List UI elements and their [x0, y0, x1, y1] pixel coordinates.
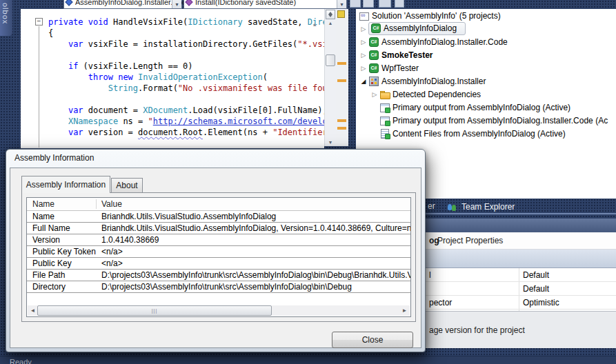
tab-assembly-information[interactable]: Assembly Information: [21, 176, 110, 193]
column-divider[interactable]: [96, 199, 97, 209]
table-row[interactable]: DirectoryD:\projects03\AssemblyInfo\trun…: [27, 281, 410, 293]
collapse-icon[interactable]: ◢: [359, 78, 368, 85]
property-name-fragment: pector: [429, 298, 452, 307]
table-header[interactable]: Name Value: [27, 198, 410, 211]
status-bar: Ready: [0, 356, 616, 364]
assembly-info-table: Name Value NameBrianhdk.Utils.VisualStud…: [26, 197, 411, 317]
column-header-name[interactable]: Name: [32, 199, 54, 209]
tab-solution-explorer-partial[interactable]: er: [428, 201, 435, 211]
fold-guide-line: [39, 26, 39, 148]
property-row[interactable]: Default: [413, 282, 616, 296]
code-editor[interactable]: − private void HandleVsixFile(IDictionar…: [21, 9, 324, 148]
horizontal-scrollbar[interactable]: ◄ ||| ►: [28, 305, 410, 316]
expand-icon[interactable]: ▷: [359, 39, 368, 46]
tree-item-label: Primary output from AssemblyInfoDialog (…: [390, 103, 570, 112]
expand-icon[interactable]: ▷: [359, 52, 368, 59]
output-icon: [379, 102, 390, 113]
tree-item-label: AssemblyInfoDialog.Installer.Code: [379, 37, 508, 47]
tab-about[interactable]: About: [111, 178, 143, 193]
expand-icon[interactable]: ▷: [370, 91, 379, 98]
property-value[interactable]: Default: [523, 284, 549, 294]
solution-explorer-toolbar-button[interactable]: [395, 0, 404, 8]
table-row[interactable]: Full NameBrianhdk.Utils.VisualStudio.Ass…: [27, 223, 410, 234]
chevron-down-icon[interactable]: ▾: [172, 0, 181, 8]
property-name-fragment: l: [429, 270, 431, 280]
tree-item-label: SmokeTester: [379, 50, 433, 60]
csproj-icon: [368, 50, 379, 61]
scroll-right-icon[interactable]: ►: [399, 305, 410, 316]
collapsed-hint-icon: ▴: [313, 21, 317, 28]
editor-navigation-bar: AssemblyInfoDialog.Installer.Code.Cus ▾ …: [15, 0, 348, 9]
tree-item[interactable]: ▷AssemblyInfoDialog: [356, 22, 616, 35]
tree-item[interactable]: Primary output from AssemblyInfoDialog.I…: [356, 114, 616, 127]
cell-name: Directory: [32, 282, 97, 292]
table-row[interactable]: NameBrianhdk.Utils.VisualStudio.Assembly…: [27, 211, 410, 223]
toolbox-tab[interactable]: olbox: [0, 0, 12, 36]
members-dropdown[interactable]: Install(IDictionary savedState) ▾: [183, 0, 347, 9]
code-line: var vsixFile = installationDirectory.Get…: [48, 39, 324, 50]
dialog-body: Assembly Information About Name Value Na…: [10, 168, 421, 348]
chevron-down-icon[interactable]: ▾: [337, 0, 346, 8]
tree-item[interactable]: Solution 'AssemblyInfo' (5 projects): [356, 9, 616, 22]
tab-team-explorer[interactable]: Team Explorer: [440, 199, 521, 214]
code-line: private void HandleVsixFile(IDictionary …: [48, 17, 324, 28]
cell-value: 1.0.4140.38669: [101, 235, 410, 245]
property-value[interactable]: Optimistic: [523, 298, 559, 307]
scrollbar-thumb[interactable]: [326, 54, 335, 66]
solution-explorer-toolbar-button[interactable]: [379, 0, 391, 8]
solution-explorer-toolbar-button[interactable]: [350, 0, 361, 8]
tree-item[interactable]: ◢AssemblyInfoDialog.Installer: [356, 74, 616, 88]
cell-value: Brianhdk.Utils.VisualStudio.AssemblyInfo…: [101, 223, 410, 233]
table-row[interactable]: Public Key<n/a>: [27, 258, 410, 270]
code-line: String.Format("No .vsixmanifest was file…: [48, 83, 324, 94]
tree-item[interactable]: Content Files from AssemblyInfoDialog (A…: [356, 127, 616, 140]
toolbox-tab-label: olbox: [1, 3, 10, 24]
tree-item-label: Solution 'AssemblyInfo' (5 projects): [370, 11, 501, 21]
cell-name: Name: [32, 212, 97, 221]
editor-vertical-scrollbar[interactable]: ▲ ▼: [324, 9, 336, 146]
vs-main-window: olbox AssemblyInfoDialog.Installer.Code.…: [0, 0, 616, 364]
property-row[interactable]: lDefault: [413, 268, 616, 282]
tree-item[interactable]: ▷WpfTester: [356, 61, 616, 74]
tree-item-label: Detected Dependencies: [390, 90, 481, 99]
table-row[interactable]: Version1.0.4140.38669: [27, 234, 410, 246]
expand-icon[interactable]: ▷: [359, 26, 368, 32]
code-fold-toggle[interactable]: −: [35, 18, 43, 26]
tree-item[interactable]: Primary output from AssemblyInfoDialog (…: [356, 101, 616, 114]
tree-item[interactable]: ▷AssemblyInfoDialog.Installer.Code: [356, 35, 616, 48]
code-line: var version = document.Root.Element(ns +…: [48, 127, 324, 138]
hscroll-thumb[interactable]: |||: [37, 305, 272, 316]
scroll-left-icon[interactable]: ◄: [28, 305, 38, 316]
tab-panel: Name Value NameBrianhdk.Utils.VisualStud…: [21, 192, 416, 322]
properties-toolbar: [413, 250, 616, 268]
cell-name: Public Key Token: [32, 247, 97, 256]
code-line: [48, 50, 324, 61]
code-text[interactable]: private void HandleVsixFile(IDictionary …: [48, 17, 324, 138]
class-icon: [65, 0, 72, 6]
properties-titlebar[interactable]: [413, 219, 616, 232]
code-line: XNamespace ns = "http://schemas.microsof…: [48, 116, 324, 127]
solution-explorer-toolbar-button[interactable]: [363, 0, 374, 8]
code-line: throw new InvalidOperationException(: [48, 72, 324, 83]
close-button[interactable]: Close: [332, 332, 413, 348]
scroll-up-icon[interactable]: ▲: [325, 21, 336, 26]
code-line: [48, 94, 324, 105]
cell-value: D:\projects03\AssemblyInfo\trunk\src\Ass…: [101, 270, 410, 280]
types-dropdown[interactable]: AssemblyInfoDialog.Installer.Code.Cus ▾: [63, 0, 182, 9]
tree-item[interactable]: ▷Detected Dependencies: [356, 88, 616, 101]
expand-icon[interactable]: ▷: [359, 65, 368, 72]
scroll-down-icon[interactable]: ▼: [325, 140, 336, 145]
setup-icon: [368, 76, 379, 87]
property-value[interactable]: Default: [523, 270, 549, 280]
selected-item-highlight[interactable]: AssemblyInfoDialog: [368, 22, 466, 35]
properties-grid: lDefaultDefaultpectorOptimistic: [413, 268, 616, 311]
table-row[interactable]: File PathD:\projects03\AssemblyInfo\trun…: [27, 270, 410, 281]
tree-item[interactable]: ▷SmokeTester: [356, 48, 616, 61]
cell-value: Brianhdk.Utils.VisualStudio.AssemblyInfo…: [101, 212, 410, 221]
property-row[interactable]: pectorOptimistic: [413, 296, 616, 310]
column-header-value[interactable]: Value: [101, 199, 122, 209]
table-row[interactable]: Public Key Token<n/a>: [27, 246, 410, 258]
table-rows: NameBrianhdk.Utils.VisualStudio.Assembly…: [27, 211, 410, 293]
dialog-title: Assembly Information: [14, 153, 94, 163]
splitter-handle-icon[interactable]: [326, 10, 335, 19]
